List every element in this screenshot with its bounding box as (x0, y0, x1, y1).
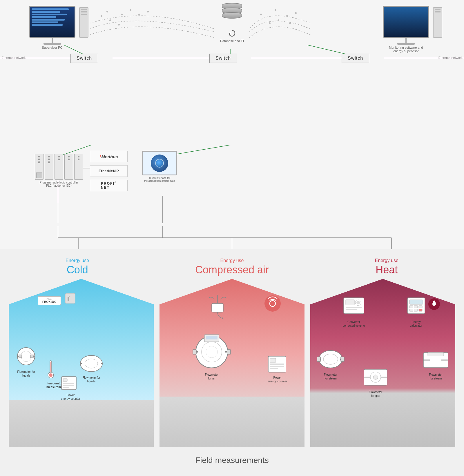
plc-label: Programmable logic controllerPLC (ladder… (40, 181, 78, 187)
house-cold-container: Fibox FBOX-500 (9, 279, 154, 447)
svg-point-95 (319, 350, 342, 368)
plc-logo-icon: P (37, 174, 41, 177)
svg-rect-78 (270, 368, 278, 369)
converter-label: Convertercorrected volume (342, 320, 365, 328)
svg-point-9 (275, 9, 276, 11)
hmi-label: Touch interface forthe acquisition of fi… (144, 177, 175, 182)
right-monitor (383, 6, 429, 38)
flowmeter-air-label: Flowmeterfor air (188, 373, 235, 380)
svg-rect-92 (414, 309, 418, 311)
svg-point-63 (264, 295, 281, 312)
energy-name-cold: Cold (67, 264, 88, 276)
svg-point-50 (49, 373, 52, 377)
hmi-circle-icon (151, 155, 168, 172)
energy-calculator-heat: Energycalculator (406, 296, 426, 328)
svg-point-5 (118, 24, 120, 26)
houses-row: Fibox FBOX-500 (0, 279, 464, 447)
flowmeter-steam-right-label: Flowmeterfor steam (422, 373, 449, 380)
svg-rect-93 (419, 309, 422, 311)
plc-module-2 (45, 154, 53, 180)
svg-rect-60 (63, 387, 69, 388)
svg-rect-40 (68, 297, 69, 301)
database-icon (222, 3, 242, 28)
flowmeter-icon-cold-2 (78, 353, 104, 374)
svg-rect-81 (346, 300, 354, 305)
droplet-icon-heat (428, 298, 441, 312)
wireless-transmitter-compressed (206, 293, 229, 321)
svg-rect-59 (63, 385, 74, 386)
svg-point-10 (286, 15, 288, 17)
flowmeter-gas: Flowmeterfor gas (362, 366, 389, 398)
svg-rect-76 (270, 364, 284, 365)
left-monitor (29, 6, 75, 38)
energy-use-heat-label: Energy use (375, 258, 398, 263)
refresh-icon (228, 29, 236, 37)
svg-rect-70 (193, 350, 196, 354)
svg-rect-75 (270, 358, 276, 362)
converter-heat: Convertercorrected volume (342, 296, 365, 328)
left-tower (79, 7, 88, 38)
svg-point-103 (373, 375, 378, 379)
signal-icon-compressed (264, 295, 281, 313)
svg-point-0 (121, 14, 123, 15)
energy-name-heat: Heat (376, 264, 398, 276)
svg-rect-47 (30, 355, 33, 358)
flowmeter-cold-2-label: Flowmeter forliquids (78, 376, 104, 383)
svg-text:P: P (38, 175, 39, 177)
connector-section (0, 226, 464, 249)
svg-rect-99 (317, 357, 320, 361)
svg-rect-39 (65, 293, 75, 304)
svg-rect-57 (63, 379, 67, 381)
ethernet-ip-badge: EtherNet/IP (90, 165, 128, 177)
svg-rect-100 (341, 357, 344, 361)
wireless-signal-icon (264, 295, 281, 312)
server-label: Database and EI (220, 39, 244, 43)
svg-rect-88 (409, 306, 413, 308)
energy-name-compressed: Compressed air (195, 264, 269, 276)
power-counter-icon-compressed (268, 355, 287, 374)
plc-module-3 (55, 154, 63, 180)
power-counter-cold: Powerenergy counter (61, 375, 80, 401)
plc-module-4 (64, 154, 73, 180)
svg-rect-90 (419, 306, 422, 308)
svg-rect-41 (69, 296, 70, 297)
profinet-badge: PROFI®NET (90, 180, 128, 191)
svg-point-1 (130, 9, 131, 11)
svg-point-13 (289, 22, 291, 24)
ethernet-ip-label: EtherNet/IP (99, 169, 119, 173)
flowmeter-cold-1: Flowmeter forliquids (14, 345, 38, 377)
flowmeter-air: Flowmeterfor air (188, 333, 235, 380)
plc-module-1: P (35, 154, 44, 180)
converter-icon (342, 296, 365, 318)
left-computer: Supervisor PC (29, 6, 75, 49)
svg-point-2 (138, 14, 140, 15)
energy-labels-row: Energy use Cold Energy use Compressed ai… (0, 249, 464, 279)
svg-rect-62 (212, 304, 223, 312)
right-computer-label: Monitoring software and energy superviso… (384, 46, 428, 53)
middle-section: P Programmable logic controllerPLC (ladd… (0, 145, 464, 226)
flowmeter-steam-left-label: Flowmeterfor steam (316, 373, 345, 380)
svg-rect-89 (414, 306, 418, 308)
right-ethernet-label: Ethernet network (438, 56, 463, 59)
svg-point-8 (260, 14, 262, 15)
transmitter-icon (206, 293, 229, 319)
svg-point-4 (109, 19, 111, 21)
protocols-area: *Modbus EtherNet/IP PROFI®NET (90, 151, 128, 191)
temperature-icon (46, 359, 55, 379)
switch-center: Switch (209, 54, 237, 63)
house-heat-container: Convertercorrected volume Energycalculat… (310, 279, 455, 447)
svg-point-14 (269, 22, 271, 24)
modbus-badge: *Modbus (90, 151, 128, 162)
switch-left: Switch (70, 54, 98, 63)
hmi-screen (142, 151, 177, 175)
svg-point-11 (295, 12, 297, 14)
svg-rect-46 (19, 355, 22, 358)
energy-calc-icon (406, 296, 426, 318)
svg-rect-71 (227, 350, 231, 354)
flowmeter-icon-cold (14, 345, 38, 368)
power-counter-compressed-label: Powerenergy counter (268, 376, 287, 383)
flowmeter-cold-2: Flowmeter forliquids (78, 353, 104, 383)
svg-rect-110 (428, 353, 444, 356)
energy-use-cold-label: Energy use (66, 258, 89, 263)
field-measurements: Field measurements (0, 447, 464, 474)
